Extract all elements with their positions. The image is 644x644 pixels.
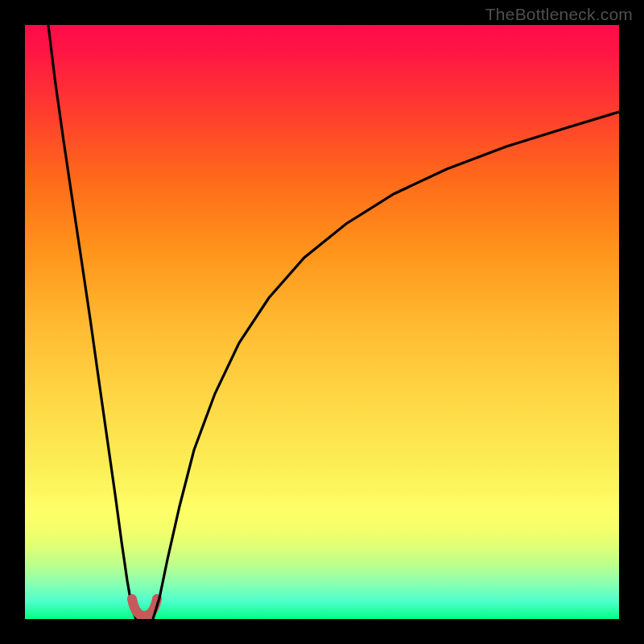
attribution-text: TheBottleneck.com [485, 5, 633, 24]
curve-left-branch [48, 25, 136, 619]
curve-right-branch [153, 112, 619, 619]
curve-dip-marker [132, 599, 157, 616]
plot-area [25, 25, 619, 619]
curve-layer [25, 25, 619, 619]
chart-frame: TheBottleneck.com [0, 0, 644, 644]
